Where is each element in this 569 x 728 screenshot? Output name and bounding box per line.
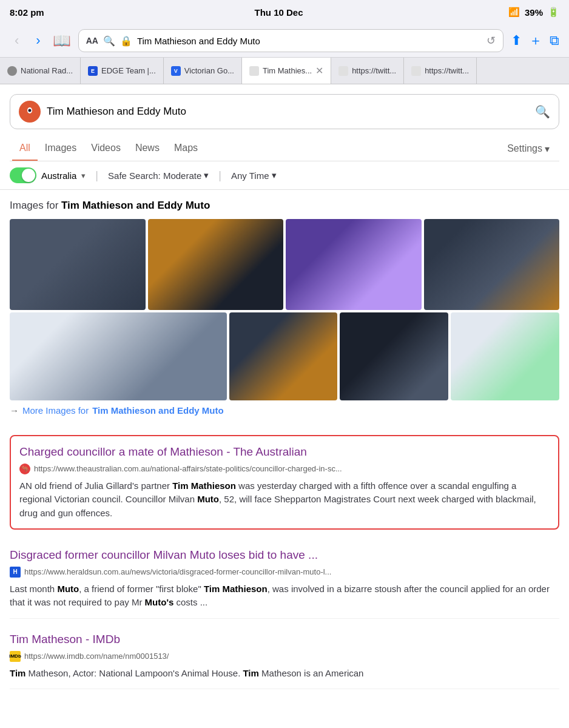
image-3[interactable] [286, 219, 422, 310]
images-heading: Images for Tim Mathieson and Eddy Muto [10, 200, 559, 212]
images-grid-top [10, 219, 559, 310]
search-input-text[interactable]: Tim Mathieson and Eddy Muto [47, 106, 529, 118]
status-bar: 8:02 pm Thu 10 Dec 📶 39% 🔋 [0, 0, 569, 24]
tab-favicon-national [7, 66, 17, 76]
tab-news[interactable]: News [128, 136, 167, 161]
back-button[interactable]: ‹ [10, 30, 24, 51]
result-title-2[interactable]: Disgraced former councillor Milvan Muto … [10, 548, 559, 563]
tab-videos[interactable]: Videos [84, 136, 128, 161]
bookmarks-icon[interactable]: 📖 [53, 32, 71, 49]
image-4[interactable] [424, 219, 560, 310]
any-time-chevron-icon: ▾ [272, 170, 277, 181]
safe-search-label: Safe Search: Moderate [108, 170, 201, 181]
settings-button[interactable]: Settings ▾ [500, 137, 557, 161]
tab-edge[interactable]: E EDGE Team |... [81, 58, 164, 84]
tab-victorian[interactable]: V Victorian Go... [164, 58, 242, 84]
tab-favicon-tim [249, 66, 259, 76]
nav-tabs: All Images Videos News Maps Settings ▾ [10, 136, 559, 161]
image-7[interactable] [340, 312, 448, 400]
result-url-1: https://www.theaustralian.com.au/nationa… [34, 464, 342, 473]
tab-tim[interactable]: Tim Mathies... ✕ [242, 58, 331, 84]
status-date: Thu 10 Dec [249, 7, 303, 18]
images-section: Images for Tim Mathieson and Eddy Muto →… [0, 190, 569, 435]
more-images-text: More Images for [22, 405, 89, 416]
tab-favicon-edge: E [88, 66, 98, 76]
more-images-link[interactable]: → More Images for Tim Mathieson and Eddy… [10, 405, 559, 416]
result-favicon-3: IMDb [10, 651, 21, 662]
wifi-icon: 📶 [508, 7, 520, 18]
battery-icon: 🔋 [548, 7, 559, 18]
settings-chevron-icon: ▾ [545, 143, 550, 155]
image-6[interactable] [229, 312, 338, 400]
tab-close-tim[interactable]: ✕ [315, 65, 323, 76]
more-images-query: Tim Mathieson and Eddy Muto [92, 405, 223, 416]
text-size-label[interactable]: AA [86, 36, 98, 46]
result-snippet-2: Last month Muto, a friend of former "fir… [10, 582, 559, 610]
result-snippet-1: AN old friend of Julia Gillard's partner… [19, 479, 550, 521]
result-url-2: https://www.heraldsun.com.au/news/victor… [24, 567, 331, 576]
tab-label-twitter1: https://twitt... [352, 66, 396, 75]
duckduckgo-logo [19, 101, 41, 123]
filter-row: Australia ▾ | Safe Search: Moderate ▾ | … [0, 161, 569, 190]
filter-divider-1: | [95, 169, 98, 182]
battery-text: 39% [525, 7, 543, 18]
tab-twitter1[interactable]: https://twitt... [331, 58, 404, 84]
address-text[interactable]: Tim Mathieson and Eddy Muto [137, 36, 482, 46]
result-url-3: https://www.imdb.com/name/nm0001513/ [24, 652, 169, 661]
add-tab-button[interactable]: ＋ [529, 32, 542, 50]
result-favicon-1: 🦘 [19, 463, 30, 474]
address-bar[interactable]: AA 🔍 🔒 Tim Mathieson and Eddy Muto ↺ [78, 29, 503, 52]
search-icon: 🔍 [103, 35, 115, 47]
status-time-date: 8:02 pm [10, 7, 44, 18]
results-section: Charged councillor a mate of Mathieson -… [0, 435, 569, 689]
search-glass-icon[interactable]: 🔍 [535, 104, 550, 119]
refresh-icon[interactable]: ↺ [487, 34, 496, 47]
image-1[interactable] [10, 219, 146, 310]
any-time-button[interactable]: Any Time ▾ [231, 170, 277, 181]
result-url-row-1: 🦘 https://www.theaustralian.com.au/natio… [19, 463, 550, 474]
image-2[interactable] [148, 219, 284, 310]
region-toggle[interactable]: Australia ▾ [10, 167, 86, 183]
tab-label-twitter2: https://twitt... [425, 66, 469, 75]
safe-search-button[interactable]: Safe Search: Moderate ▾ [108, 170, 209, 181]
tab-all[interactable]: All [12, 136, 38, 161]
tab-images[interactable]: Images [38, 136, 84, 161]
tab-favicon-vic: V [171, 66, 181, 76]
result-url-row-3: IMDb https://www.imdb.com/name/nm0001513… [10, 651, 559, 662]
region-chevron-icon[interactable]: ▾ [81, 171, 86, 180]
result-card-1: Charged councillor a mate of Mathieson -… [10, 435, 559, 530]
tabs-button[interactable]: ⧉ [550, 33, 559, 49]
result-title-3[interactable]: Tim Matheson - IMDb [10, 632, 559, 647]
images-grid-bottom [10, 312, 559, 400]
result-favicon-2: H [10, 567, 21, 578]
result-card-3: Tim Matheson - IMDb IMDb https://www.imd… [10, 624, 559, 689]
tab-favicon-twitter2 [411, 66, 421, 76]
toggle-knob [22, 169, 35, 182]
result-title-1[interactable]: Charged councillor a mate of Mathieson -… [19, 445, 550, 460]
result-snippet-3: Tim Matheson, Actor: National Lampoon's … [10, 667, 559, 681]
svg-point-2 [29, 109, 32, 112]
tabs-bar: National Rad... E EDGE Team |... V Victo… [0, 58, 569, 84]
share-button[interactable]: ⬆ [511, 33, 522, 49]
region-label: Australia [41, 170, 76, 181]
image-5[interactable] [10, 312, 227, 400]
settings-label: Settings [507, 143, 542, 154]
image-8[interactable] [451, 312, 559, 400]
tab-label-edge: EDGE Team |... [101, 66, 156, 75]
search-area: Tim Mathieson and Eddy Muto 🔍 All Images… [0, 84, 569, 161]
tab-favicon-twitter1 [338, 66, 348, 76]
tab-national[interactable]: National Rad... [0, 58, 81, 84]
tab-maps[interactable]: Maps [167, 136, 205, 161]
filter-divider-2: | [218, 169, 221, 182]
tab-twitter2[interactable]: https://twitt... [404, 58, 477, 84]
search-box[interactable]: Tim Mathieson and Eddy Muto 🔍 [10, 94, 559, 129]
result-url-row-2: H https://www.heraldsun.com.au/news/vict… [10, 567, 559, 578]
tab-label-national: National Rad... [21, 66, 73, 75]
lock-icon: 🔒 [120, 35, 132, 47]
forward-button[interactable]: › [31, 30, 45, 51]
more-images-arrow-icon: → [10, 405, 19, 416]
tab-label-victorian: Victorian Go... [184, 66, 234, 75]
status-indicators: 📶 39% 🔋 [508, 7, 559, 18]
result-card-2: Disgraced former councillor Milvan Muto … [10, 539, 559, 619]
toggle-switch[interactable] [10, 167, 36, 183]
